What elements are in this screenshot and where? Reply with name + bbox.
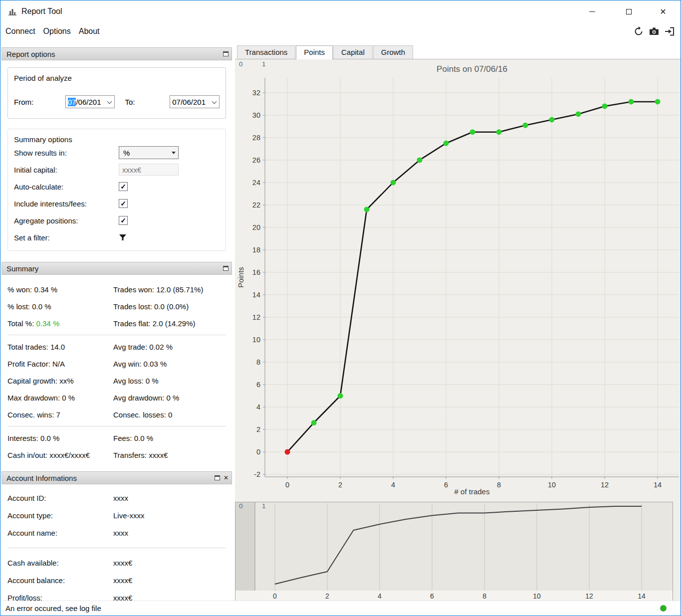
- app-icon: [7, 6, 17, 16]
- y-tick-label: 24: [252, 179, 260, 187]
- tab-capital[interactable]: Capital: [333, 45, 373, 59]
- navigator-left-handle[interactable]: [235, 502, 255, 591]
- to-date-combo[interactable]: 07/06/201: [170, 95, 220, 108]
- chevron-down-icon: [172, 152, 176, 156]
- x-tick-label: 8: [497, 481, 501, 489]
- close-button[interactable]: ✕: [652, 1, 674, 21]
- from-date-selected-text: 07: [68, 98, 76, 106]
- data-point: [629, 99, 634, 104]
- minimize-icon: [589, 11, 595, 12]
- auto-calculate-label: Auto-calculate:: [14, 183, 119, 191]
- status-bar: An error occured, see log file: [0, 601, 681, 616]
- x-axis-label: # of trades: [454, 487, 490, 496]
- stat-transfers: Transfers: xxxx€: [113, 451, 226, 459]
- account-balance-value: xxxx€: [113, 576, 226, 585]
- status-message: An error occured, see log file: [5, 604, 101, 613]
- filter-button[interactable]: [119, 233, 129, 242]
- to-date-text: 07/06/201: [172, 98, 206, 106]
- tab-growth[interactable]: Growth: [373, 45, 413, 59]
- y-tick-label: 4: [256, 403, 260, 411]
- right-panel: Transactions Points Capital Growth -2024…: [235, 45, 681, 602]
- account-type-label: Account type:: [7, 511, 113, 520]
- tab-points[interactable]: Points: [296, 45, 333, 59]
- maximize-button[interactable]: [618, 1, 640, 21]
- x-tick-label: 10: [533, 592, 541, 600]
- combo-dropdown-button[interactable]: [169, 147, 178, 159]
- y-tick-label: 8: [256, 358, 260, 366]
- stat-profit-factor: Profit Factor: N/A: [7, 360, 113, 368]
- y-tick-label: 28: [252, 134, 260, 142]
- data-point: [311, 420, 317, 425]
- y-tick-label: 20: [252, 223, 260, 231]
- initial-capital-input[interactable]: [119, 164, 179, 176]
- stray-tick-label: 1: [262, 502, 266, 510]
- x-tick-label: 4: [391, 481, 395, 489]
- show-results-select[interactable]: %: [119, 146, 179, 159]
- account-type-value: Live-xxxx: [113, 511, 226, 520]
- divider: [7, 335, 226, 335]
- from-date-combo[interactable]: 07/06/201: [65, 95, 115, 108]
- minimize-button[interactable]: [581, 1, 603, 21]
- data-point: [470, 129, 475, 135]
- report-options-header: Report options: [1, 47, 232, 60]
- check-icon: ✓: [120, 200, 126, 207]
- close-panel-icon[interactable]: ✕: [224, 475, 228, 481]
- stat-capital-growth: Capital growth: xx%: [7, 377, 113, 385]
- stat-avg-win: Avg win: 0.03 %: [113, 360, 226, 368]
- stat-avg-trade: Avg trade: 0.02 %: [113, 343, 226, 351]
- maximize-icon: [626, 9, 632, 14]
- summary-title: Summary: [6, 264, 38, 273]
- stray-tick-label: 0: [239, 502, 243, 510]
- stat-trades-lost: Trades lost: 0.0 (0.0%): [113, 302, 226, 311]
- title-bar: Report Tool ✕: [0, 0, 681, 22]
- agregate-positions-checkbox[interactable]: ✓: [119, 216, 128, 225]
- data-point: [364, 206, 370, 212]
- summary-header: Summary: [1, 262, 232, 275]
- x-tick-label: 14: [638, 592, 646, 600]
- include-interests-checkbox[interactable]: ✓: [119, 199, 128, 208]
- auto-calculate-checkbox[interactable]: ✓: [119, 182, 128, 191]
- data-point: [549, 117, 555, 122]
- y-tick-label: 0: [256, 448, 260, 456]
- stat-pct-lost: % lost: 0.0 %: [7, 302, 113, 311]
- chart-area: -202468101214161820222426283032024681012…: [235, 59, 681, 602]
- from-date-text: /06/201: [76, 98, 101, 106]
- x-tick-label: 6: [444, 481, 448, 489]
- data-point: [576, 111, 581, 117]
- camera-icon[interactable]: [648, 25, 660, 37]
- float-panel-icon[interactable]: [223, 51, 228, 56]
- agregate-positions-label: Agregate positions:: [14, 216, 119, 225]
- set-filter-label: Set a filter:: [14, 233, 119, 242]
- stat-trades-flat: Trades flat: 2.0 (14.29%): [113, 319, 226, 328]
- connection-indicator-icon: [660, 605, 667, 612]
- menu-about[interactable]: About: [75, 24, 104, 39]
- export-icon[interactable]: [664, 25, 676, 37]
- tab-transactions[interactable]: Transactions: [237, 45, 295, 59]
- y-tick-label: 26: [252, 156, 260, 164]
- to-label: To:: [120, 98, 170, 106]
- summary-stats: % won: 0.34 % Trades won: 12.0 (85.71%) …: [1, 275, 232, 463]
- stat-total-pct: Total %: 0.34 %: [7, 319, 113, 328]
- toolbar-icons: [633, 23, 676, 39]
- stat-interests: Interests: 0.0 %: [7, 434, 113, 442]
- check-icon: ✓: [120, 216, 126, 224]
- account-informations-title: Account Informations: [6, 474, 77, 482]
- stat-consec-losses: Consec. losses: 0: [113, 411, 226, 419]
- x-tick-label: 12: [585, 592, 593, 600]
- data-point: [602, 103, 608, 109]
- close-icon: ✕: [660, 7, 666, 16]
- window-title: Report Tool: [21, 7, 62, 16]
- account-info: Account ID: xxxx Account type: Live-xxxx…: [1, 484, 232, 602]
- chevron-down-icon: [212, 99, 217, 104]
- chart-overview-navigator[interactable]: 0246810121401: [235, 502, 681, 602]
- menu-connect[interactable]: Connect: [1, 24, 39, 39]
- float-panel-icon[interactable]: [215, 475, 220, 480]
- data-point: [496, 129, 502, 135]
- x-tick-label: 8: [482, 592, 486, 600]
- initial-capital-label: Initial capital:: [14, 166, 119, 174]
- float-panel-icon[interactable]: [223, 266, 228, 271]
- summary-options-title: Summary options: [14, 135, 220, 144]
- y-tick-label: 6: [256, 381, 260, 389]
- refresh-icon[interactable]: [633, 25, 645, 37]
- menu-options[interactable]: Options: [39, 24, 75, 39]
